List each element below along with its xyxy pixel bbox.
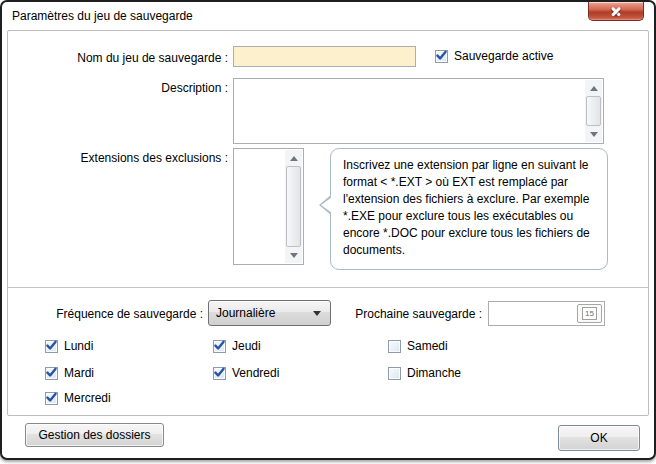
exclusions-listbox[interactable] bbox=[233, 148, 304, 265]
name-label: Nom du jeu de sauvegarde : bbox=[20, 51, 228, 65]
check-icon bbox=[45, 391, 58, 404]
checkbox-mercredi[interactable]: Mercredi bbox=[45, 390, 111, 406]
chevron-down-icon bbox=[313, 311, 321, 316]
checkbox-label: Jeudi bbox=[232, 339, 261, 353]
scroll-down-button[interactable] bbox=[585, 126, 602, 142]
check-icon bbox=[45, 366, 58, 379]
checkbox-box bbox=[388, 367, 401, 380]
scroll-thumb[interactable] bbox=[586, 96, 601, 126]
checkbox-label: Sauvegarde active bbox=[454, 49, 553, 63]
scroll-up-button[interactable] bbox=[285, 150, 302, 166]
check-icon bbox=[435, 49, 448, 62]
checkbox-label: Mardi bbox=[64, 366, 94, 380]
scroll-up-icon bbox=[290, 156, 298, 161]
checkbox-jeudi[interactable]: Jeudi bbox=[213, 338, 261, 354]
checkbox-lundi[interactable]: Lundi bbox=[45, 338, 93, 354]
calendar-icon: 15 bbox=[582, 307, 597, 320]
checkbox-label: Dimanche bbox=[407, 366, 461, 380]
frequency-label: Fréquence de sauvegarde : bbox=[12, 307, 203, 321]
scroll-down-icon bbox=[590, 132, 598, 137]
check-icon bbox=[213, 339, 226, 352]
scroll-down-icon bbox=[290, 253, 298, 258]
dialog-window: Paramètres du jeu de sauvegarde Nom du j… bbox=[0, 0, 656, 460]
description-label: Description : bbox=[20, 81, 228, 95]
name-input[interactable] bbox=[233, 46, 416, 67]
checkbox-dimanche[interactable]: Dimanche bbox=[388, 365, 461, 381]
check-icon bbox=[213, 366, 226, 379]
checkbox-box bbox=[388, 340, 401, 353]
next-backup-input[interactable]: 15 bbox=[488, 301, 605, 326]
callout-text: Inscrivez une extension par ligne en sui… bbox=[343, 157, 597, 259]
checkbox-mardi[interactable]: Mardi bbox=[45, 365, 94, 381]
checkbox-box bbox=[435, 50, 448, 63]
close-icon bbox=[611, 5, 622, 16]
checkbox-box bbox=[213, 367, 226, 380]
ok-button[interactable]: OK bbox=[558, 425, 640, 451]
window-title: Paramètres du jeu de sauvegarde bbox=[12, 9, 193, 23]
checkbox-label: Mercredi bbox=[64, 391, 111, 405]
checkbox-sauvegarde-active[interactable]: Sauvegarde active bbox=[435, 48, 553, 64]
frequency-select[interactable]: Journalière bbox=[208, 300, 331, 326]
title-bar[interactable]: Paramètres du jeu de sauvegarde bbox=[2, 2, 654, 30]
exclusions-help-callout: Inscrivez une extension par ligne en sui… bbox=[330, 148, 608, 270]
next-backup-label: Prochaine sauvegarde : bbox=[335, 307, 482, 321]
scroll-up-icon bbox=[590, 86, 598, 91]
checkbox-label: Lundi bbox=[64, 339, 93, 353]
checkbox-vendredi[interactable]: Vendredi bbox=[213, 365, 279, 381]
checkbox-box bbox=[213, 340, 226, 353]
manage-folders-button[interactable]: Gestion des dossiers bbox=[25, 423, 164, 447]
checkbox-box bbox=[45, 367, 58, 380]
scroll-thumb[interactable] bbox=[286, 166, 301, 247]
callout-arrow-fill bbox=[321, 197, 332, 213]
section-separator bbox=[7, 287, 649, 288]
scroll-up-button[interactable] bbox=[585, 80, 602, 96]
check-icon bbox=[45, 339, 58, 352]
checkbox-box bbox=[45, 340, 58, 353]
description-textarea[interactable] bbox=[233, 78, 604, 144]
exclusions-label: Extensions des exclusions : bbox=[20, 151, 228, 165]
checkbox-samedi[interactable]: Samedi bbox=[388, 338, 448, 354]
datepicker-button[interactable]: 15 bbox=[577, 304, 602, 323]
scroll-down-button[interactable] bbox=[285, 247, 302, 263]
checkbox-label: Vendredi bbox=[232, 366, 279, 380]
close-button[interactable] bbox=[588, 2, 644, 21]
screenshot-stage: Paramètres du jeu de sauvegarde Nom du j… bbox=[0, 0, 656, 464]
checkbox-label: Samedi bbox=[407, 339, 448, 353]
description-scrollbar[interactable] bbox=[585, 80, 602, 142]
frequency-value: Journalière bbox=[216, 306, 275, 320]
checkbox-box bbox=[45, 392, 58, 405]
exclusions-scrollbar[interactable] bbox=[285, 150, 302, 263]
